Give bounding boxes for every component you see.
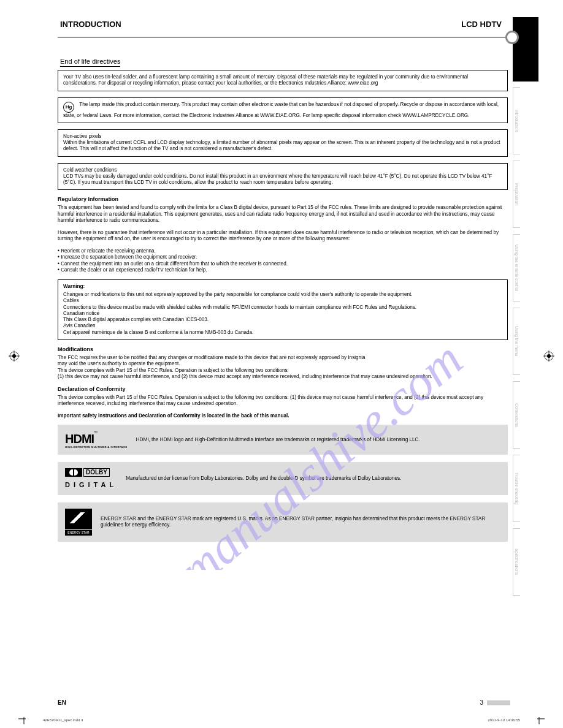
svg-point-4 — [12, 354, 16, 358]
paragraph: This equipment has been tested and found… — [58, 205, 508, 224]
side-tab: Preparation — [513, 161, 520, 228]
heading: Declaration of Conformity — [58, 386, 508, 392]
side-tab: Using the menu — [513, 308, 520, 375]
svg-point-8 — [547, 354, 551, 358]
notice-box: Your TV also uses tin-lead solder, and a… — [58, 70, 508, 91]
notice-box: Hg The lamp inside this product contain … — [58, 97, 508, 123]
print-footline: 42E570A11_spec.indd 3 2011-9-13 14:36:55 — [0, 718, 563, 722]
warning-text: Changes or modifications to this unit no… — [63, 292, 502, 336]
side-tab: Connections — [513, 381, 520, 449]
logo-caption: ENERGY STAR and the ENERGY STAR mark are… — [101, 516, 500, 529]
dolby-logo-box: DOLBY DIGITAL Manufactured under license… — [58, 462, 508, 495]
side-tab: Trouble-shooting — [513, 455, 520, 522]
footline-date: 2011-9-13 14:36:55 — [488, 718, 520, 722]
energystar-logo-box: ENERGY STAR ENERGY STAR and the ENERGY S… — [58, 502, 508, 542]
warning-heading: Warning: — [63, 284, 502, 290]
side-tab: Introduction — [513, 87, 520, 154]
paragraph: However, there is no guarantee that inte… — [58, 230, 508, 243]
side-tab: Specifications — [513, 528, 520, 596]
registration-mark-icon — [9, 351, 20, 362]
warning-box: Warning: Changes or modifications to thi… — [58, 279, 508, 340]
paragraph: The FCC requires the user to be notified… — [58, 355, 508, 381]
crop-mark-icon — [18, 713, 29, 724]
subsection-heading: End of life directives — [60, 58, 120, 67]
footline-file: 42E570A11_spec.indd 3 — [43, 718, 83, 722]
side-tab: Using the remote control — [513, 234, 520, 301]
active-side-tab — [513, 17, 538, 82]
paragraph: This device complies with Part 15 of the… — [58, 395, 508, 408]
notice-box: Non-active pixels Within the limitations… — [58, 129, 508, 157]
header-circle-icon — [505, 31, 519, 44]
footer-lang: EN — [58, 699, 66, 706]
logo-caption: HDMI, the HDMI logo and High-Definition … — [136, 437, 500, 444]
notice-box: Cold weather conditions LCD TVs may be e… — [58, 163, 508, 191]
paragraph: Important safety instructions and Declar… — [58, 413, 508, 420]
hdmi-logo-box: HDMI™ HIGH-DEFINITION MULTIMEDIA INTERFA… — [58, 425, 508, 455]
page-title: LCD HDTV — [461, 20, 502, 29]
hdmi-logo-icon: HDMI™ HIGH-DEFINITION MULTIMEDIA INTERFA… — [65, 431, 128, 449]
page-footer: EN 3 — [58, 699, 510, 706]
logo-caption: Manufactured under license from Dolby La… — [126, 476, 500, 482]
header-rule — [58, 37, 510, 38]
page-number: 3 — [480, 699, 483, 706]
heading: Modifications — [58, 346, 508, 352]
energystar-logo-icon: ENERGY STAR — [65, 509, 92, 536]
footer-bar-icon — [487, 700, 510, 705]
crop-mark-icon — [534, 713, 545, 724]
heading: Regulatory Information — [58, 196, 508, 202]
side-tabs: Introduction Preparation Using the remot… — [513, 87, 538, 602]
mercury-hg-icon: Hg — [63, 102, 74, 113]
notice-text: The lamp inside this product contain mer… — [63, 102, 499, 118]
dolby-logo-icon: DOLBY DIGITAL — [65, 468, 117, 489]
section-heading: INTRODUCTION — [60, 20, 121, 29]
registration-mark-icon — [543, 351, 554, 362]
paragraph: • Reorient or relocate the receiving ant… — [58, 248, 508, 274]
